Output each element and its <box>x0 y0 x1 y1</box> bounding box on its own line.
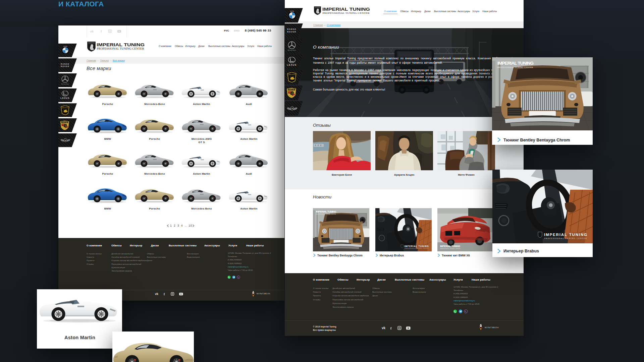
svg-text:PROFESSIONAL TUNING CENTER: PROFESSIONAL TUNING CENTER <box>323 12 370 14</box>
svg-text:IMPERIAL TUNING: IMPERIAL TUNING <box>97 42 145 47</box>
svg-text:PROFESSIONAL TUNING CENTER: PROFESSIONAL TUNING CENTER <box>97 48 144 50</box>
svg-text:IMPERIAL TUNING: IMPERIAL TUNING <box>440 245 461 247</box>
svg-text:vk: vk <box>382 326 386 330</box>
svg-text:vk: vk <box>90 29 94 33</box>
svg-text:f: f <box>101 29 102 33</box>
svg-text:PROFESSIONAL TUNING CENTER: PROFESSIONAL TUNING CENTER <box>440 248 461 249</box>
svg-text:f: f <box>164 292 165 296</box>
svg-text:f: f <box>390 326 392 330</box>
svg-text:IMPERIAL TUNING: IMPERIAL TUNING <box>322 7 370 12</box>
svg-text:vk: vk <box>155 292 158 296</box>
